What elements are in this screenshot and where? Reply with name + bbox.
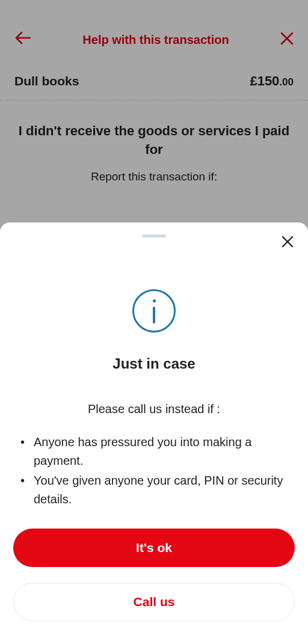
its-ok-button[interactable]: It's ok [13,529,295,567]
call-us-button[interactable]: Call us [13,583,295,621]
list-item: You've given anyone your card, PIN or se… [20,471,289,509]
drag-handle[interactable] [142,235,166,238]
bottom-sheet: Just in case Please call us instead if :… [0,222,308,644]
list-item: Anyone has pressured you into making a p… [20,433,289,470]
info-icon-wrap [13,289,295,333]
info-icon [132,289,176,333]
sheet-subtitle: Please call us instead if : [13,402,295,416]
button-group: It's ok Call us [13,529,295,621]
sheet-title: Just in case [13,355,295,372]
bullet-list: Anyone has pressured you into making a p… [13,433,295,509]
close-icon[interactable] [279,233,296,250]
